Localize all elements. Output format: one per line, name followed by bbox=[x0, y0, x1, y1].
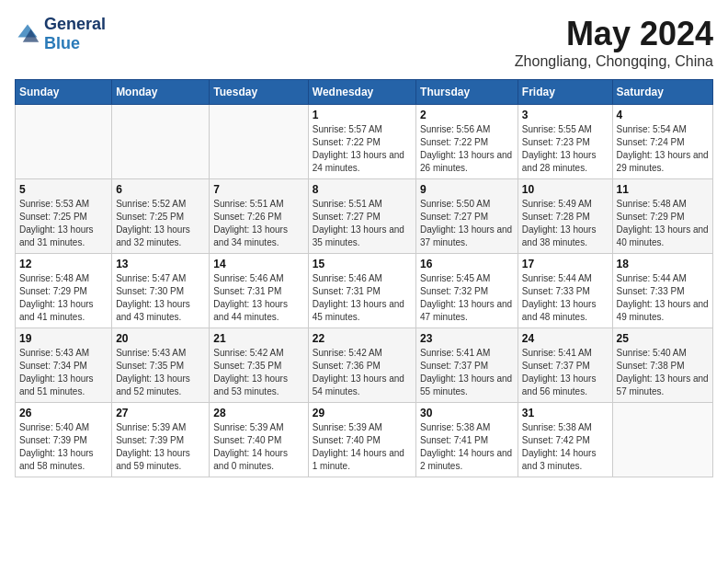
day-number: 8 bbox=[313, 183, 412, 196]
day-number: 11 bbox=[617, 183, 709, 196]
day-info: Sunrise: 5:48 AMSunset: 7:29 PMDaylight:… bbox=[617, 198, 709, 249]
calendar-day-cell: 1Sunrise: 5:57 AMSunset: 7:22 PMDaylight… bbox=[308, 105, 415, 179]
calendar-day-cell: 22Sunrise: 5:42 AMSunset: 7:36 PMDayligh… bbox=[308, 328, 415, 403]
calendar-day-cell: 30Sunrise: 5:38 AMSunset: 7:41 PMDayligh… bbox=[416, 403, 518, 477]
day-info: Sunrise: 5:55 AMSunset: 7:23 PMDaylight:… bbox=[522, 123, 609, 175]
weekday-header-cell: Friday bbox=[518, 80, 612, 105]
day-number: 3 bbox=[522, 109, 609, 121]
day-info: Sunrise: 5:40 AMSunset: 7:39 PMDaylight:… bbox=[19, 421, 108, 473]
day-info: Sunrise: 5:51 AMSunset: 7:27 PMDaylight:… bbox=[313, 198, 412, 249]
calendar-day-cell bbox=[612, 403, 712, 477]
calendar-day-cell: 11Sunrise: 5:48 AMSunset: 7:29 PMDayligh… bbox=[612, 179, 712, 254]
calendar-day-cell: 2Sunrise: 5:56 AMSunset: 7:22 PMDaylight… bbox=[416, 105, 518, 179]
day-info: Sunrise: 5:38 AMSunset: 7:41 PMDaylight:… bbox=[420, 421, 514, 473]
page-header: General Blue May 2024 Zhongliang, Chongq… bbox=[15, 15, 713, 70]
day-number: 21 bbox=[213, 332, 303, 345]
day-number: 7 bbox=[213, 183, 303, 196]
day-info: Sunrise: 5:50 AMSunset: 7:27 PMDaylight:… bbox=[420, 198, 514, 249]
calendar-week-row: 19Sunrise: 5:43 AMSunset: 7:34 PMDayligh… bbox=[16, 328, 713, 403]
logo: General Blue bbox=[15, 15, 106, 53]
day-number: 17 bbox=[522, 258, 609, 270]
day-number: 28 bbox=[213, 407, 303, 419]
day-info: Sunrise: 5:49 AMSunset: 7:28 PMDaylight:… bbox=[522, 198, 609, 249]
logo-general-text: General bbox=[44, 15, 106, 33]
day-info: Sunrise: 5:54 AMSunset: 7:24 PMDaylight:… bbox=[617, 123, 709, 175]
day-number: 4 bbox=[617, 109, 709, 121]
calendar-day-cell: 12Sunrise: 5:48 AMSunset: 7:29 PMDayligh… bbox=[16, 254, 112, 328]
day-number: 20 bbox=[116, 332, 205, 345]
day-number: 5 bbox=[19, 183, 108, 196]
calendar-week-row: 26Sunrise: 5:40 AMSunset: 7:39 PMDayligh… bbox=[16, 403, 713, 477]
weekday-header-cell: Tuesday bbox=[210, 80, 308, 105]
calendar-week-row: 12Sunrise: 5:48 AMSunset: 7:29 PMDayligh… bbox=[16, 254, 713, 328]
calendar-day-cell: 16Sunrise: 5:45 AMSunset: 7:32 PMDayligh… bbox=[416, 254, 518, 328]
calendar-day-cell: 15Sunrise: 5:46 AMSunset: 7:31 PMDayligh… bbox=[308, 254, 415, 328]
day-number: 12 bbox=[19, 258, 108, 270]
day-info: Sunrise: 5:56 AMSunset: 7:22 PMDaylight:… bbox=[420, 123, 514, 175]
day-number: 19 bbox=[19, 332, 108, 345]
day-info: Sunrise: 5:57 AMSunset: 7:22 PMDaylight:… bbox=[313, 123, 412, 175]
day-info: Sunrise: 5:53 AMSunset: 7:25 PMDaylight:… bbox=[19, 198, 108, 249]
calendar-day-cell: 20Sunrise: 5:43 AMSunset: 7:35 PMDayligh… bbox=[112, 328, 210, 403]
day-info: Sunrise: 5:39 AMSunset: 7:40 PMDaylight:… bbox=[313, 421, 412, 473]
day-number: 24 bbox=[522, 332, 609, 345]
day-info: Sunrise: 5:44 AMSunset: 7:33 PMDaylight:… bbox=[522, 272, 609, 324]
calendar-day-cell bbox=[210, 105, 308, 179]
day-info: Sunrise: 5:42 AMSunset: 7:36 PMDaylight:… bbox=[313, 347, 412, 398]
calendar-day-cell bbox=[112, 105, 210, 179]
calendar-week-row: 1Sunrise: 5:57 AMSunset: 7:22 PMDaylight… bbox=[16, 105, 713, 179]
calendar-day-cell: 8Sunrise: 5:51 AMSunset: 7:27 PMDaylight… bbox=[308, 179, 415, 254]
calendar-day-cell: 21Sunrise: 5:42 AMSunset: 7:35 PMDayligh… bbox=[210, 328, 308, 403]
day-info: Sunrise: 5:45 AMSunset: 7:32 PMDaylight:… bbox=[420, 272, 514, 324]
calendar-day-cell: 4Sunrise: 5:54 AMSunset: 7:24 PMDaylight… bbox=[612, 105, 712, 179]
calendar-day-cell: 3Sunrise: 5:55 AMSunset: 7:23 PMDaylight… bbox=[518, 105, 612, 179]
day-number: 25 bbox=[617, 332, 709, 345]
day-info: Sunrise: 5:39 AMSunset: 7:40 PMDaylight:… bbox=[213, 421, 303, 473]
calendar-day-cell: 24Sunrise: 5:41 AMSunset: 7:37 PMDayligh… bbox=[518, 328, 612, 403]
calendar-day-cell: 5Sunrise: 5:53 AMSunset: 7:25 PMDaylight… bbox=[16, 179, 112, 254]
day-info: Sunrise: 5:42 AMSunset: 7:35 PMDaylight:… bbox=[213, 347, 303, 398]
calendar-day-cell bbox=[16, 105, 112, 179]
day-info: Sunrise: 5:48 AMSunset: 7:29 PMDaylight:… bbox=[19, 272, 108, 324]
day-number: 15 bbox=[313, 258, 412, 270]
day-number: 26 bbox=[19, 407, 108, 419]
calendar-day-cell: 28Sunrise: 5:39 AMSunset: 7:40 PMDayligh… bbox=[210, 403, 308, 477]
day-number: 13 bbox=[116, 258, 205, 270]
weekday-header-cell: Thursday bbox=[416, 80, 518, 105]
calendar-day-cell: 31Sunrise: 5:38 AMSunset: 7:42 PMDayligh… bbox=[518, 403, 612, 477]
day-info: Sunrise: 5:46 AMSunset: 7:31 PMDaylight:… bbox=[213, 272, 303, 324]
day-number: 18 bbox=[617, 258, 709, 270]
calendar-day-cell: 9Sunrise: 5:50 AMSunset: 7:27 PMDaylight… bbox=[416, 179, 518, 254]
day-number: 16 bbox=[420, 258, 514, 270]
logo-icon bbox=[15, 21, 40, 47]
day-number: 27 bbox=[116, 407, 205, 419]
day-info: Sunrise: 5:51 AMSunset: 7:26 PMDaylight:… bbox=[213, 198, 303, 249]
calendar-day-cell: 23Sunrise: 5:41 AMSunset: 7:37 PMDayligh… bbox=[416, 328, 518, 403]
day-number: 2 bbox=[420, 109, 514, 121]
weekday-header-cell: Wednesday bbox=[308, 80, 415, 105]
calendar-day-cell: 14Sunrise: 5:46 AMSunset: 7:31 PMDayligh… bbox=[210, 254, 308, 328]
day-info: Sunrise: 5:44 AMSunset: 7:33 PMDaylight:… bbox=[617, 272, 709, 324]
weekday-header-row: SundayMondayTuesdayWednesdayThursdayFrid… bbox=[16, 80, 713, 105]
weekday-header-cell: Monday bbox=[112, 80, 210, 105]
calendar-day-cell: 29Sunrise: 5:39 AMSunset: 7:40 PMDayligh… bbox=[308, 403, 415, 477]
calendar-day-cell: 17Sunrise: 5:44 AMSunset: 7:33 PMDayligh… bbox=[518, 254, 612, 328]
day-number: 10 bbox=[522, 183, 609, 196]
calendar-day-cell: 18Sunrise: 5:44 AMSunset: 7:33 PMDayligh… bbox=[612, 254, 712, 328]
calendar-day-cell: 19Sunrise: 5:43 AMSunset: 7:34 PMDayligh… bbox=[16, 328, 112, 403]
calendar-week-row: 5Sunrise: 5:53 AMSunset: 7:25 PMDaylight… bbox=[16, 179, 713, 254]
day-info: Sunrise: 5:52 AMSunset: 7:25 PMDaylight:… bbox=[116, 198, 205, 249]
calendar-day-cell: 26Sunrise: 5:40 AMSunset: 7:39 PMDayligh… bbox=[16, 403, 112, 477]
calendar-day-cell: 10Sunrise: 5:49 AMSunset: 7:28 PMDayligh… bbox=[518, 179, 612, 254]
day-number: 30 bbox=[420, 407, 514, 419]
day-info: Sunrise: 5:41 AMSunset: 7:37 PMDaylight:… bbox=[420, 347, 514, 398]
day-info: Sunrise: 5:41 AMSunset: 7:37 PMDaylight:… bbox=[522, 347, 609, 398]
calendar-body: 1Sunrise: 5:57 AMSunset: 7:22 PMDaylight… bbox=[16, 105, 713, 477]
month-title: May 2024 bbox=[515, 15, 713, 53]
day-info: Sunrise: 5:40 AMSunset: 7:38 PMDaylight:… bbox=[617, 347, 709, 398]
calendar-day-cell: 6Sunrise: 5:52 AMSunset: 7:25 PMDaylight… bbox=[112, 179, 210, 254]
day-number: 23 bbox=[420, 332, 514, 345]
calendar-day-cell: 25Sunrise: 5:40 AMSunset: 7:38 PMDayligh… bbox=[612, 328, 712, 403]
calendar-day-cell: 7Sunrise: 5:51 AMSunset: 7:26 PMDaylight… bbox=[210, 179, 308, 254]
day-info: Sunrise: 5:43 AMSunset: 7:34 PMDaylight:… bbox=[19, 347, 108, 398]
